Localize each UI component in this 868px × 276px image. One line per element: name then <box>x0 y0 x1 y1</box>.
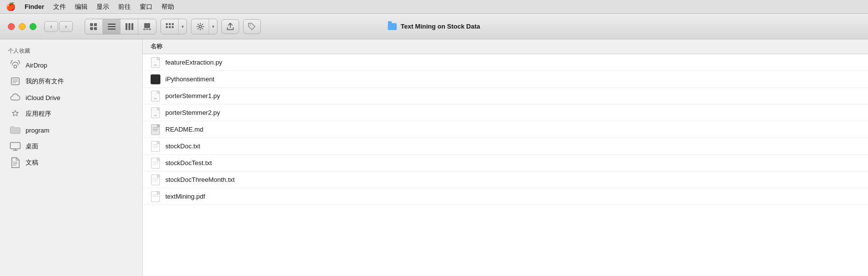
folder-icon <box>388 23 397 30</box>
file-row[interactable]: README.md <box>143 121 868 138</box>
svg-rect-16 <box>172 23 174 25</box>
file-row[interactable]: textMining.pdf <box>143 188 868 205</box>
menu-go[interactable]: 前往 <box>118 2 131 11</box>
menu-window[interactable]: 窗口 <box>140 2 153 11</box>
toolbar: ▾ ▾ <box>85 19 261 34</box>
sidebar-item-desktop[interactable]: 桌面 <box>4 138 138 154</box>
file-name: featureExtraction.py <box>165 59 222 66</box>
fullscreen-button[interactable] <box>30 23 36 30</box>
main-content: 个人收藏 AirDrop <box>0 39 868 276</box>
view-icons-button[interactable] <box>85 19 103 34</box>
file-icon: PY <box>151 57 160 68</box>
name-column-header: 名称 <box>151 42 162 51</box>
svg-rect-3 <box>94 27 97 30</box>
file-row[interactable]: stockDocThreeMonth.txt <box>143 172 868 188</box>
svg-rect-13 <box>149 29 151 30</box>
menu-help[interactable]: 帮助 <box>161 2 174 11</box>
sidebar-item-program[interactable]: program <box>4 122 138 138</box>
svg-rect-5 <box>108 26 116 27</box>
sidebar-label-desktop: 桌面 <box>26 142 38 151</box>
close-button[interactable] <box>8 23 15 30</box>
file-rows-container: PY featureExtraction.py iPythonsentiment… <box>143 54 868 205</box>
svg-point-20 <box>199 25 201 28</box>
desktop-icon <box>10 141 21 152</box>
view-columns-button[interactable] <box>121 19 138 34</box>
sidebar-item-airdrop[interactable]: AirDrop <box>4 57 138 73</box>
menu-view[interactable]: 显示 <box>96 2 109 11</box>
file-name: stockDocThreeMonth.txt <box>165 176 235 183</box>
file-icon <box>151 124 160 135</box>
sidebar-item-docs[interactable]: 文稿 <box>4 155 138 171</box>
menu-file[interactable]: 文件 <box>53 2 66 11</box>
nav-buttons: ‹ › <box>44 21 73 32</box>
sidebar-item-all-files[interactable]: 我的所有文件 <box>4 73 138 89</box>
svg-point-21 <box>250 24 251 25</box>
titlebar: ‹ › <box>0 14 868 39</box>
view-gallery-arrow[interactable]: ▾ <box>179 19 186 34</box>
settings-arrow[interactable]: ▾ <box>209 19 217 34</box>
all-files-icon <box>10 76 21 87</box>
back-button[interactable]: ‹ <box>44 21 58 32</box>
sidebar-section-favorites: 个人收藏 <box>0 43 142 57</box>
file-icon <box>151 158 160 169</box>
sidebar-item-apps[interactable]: 应用程序 <box>4 106 138 122</box>
svg-rect-1 <box>94 23 97 26</box>
svg-point-22 <box>14 65 17 68</box>
file-row[interactable]: PY featureExtraction.py <box>143 54 868 71</box>
svg-rect-14 <box>166 23 168 25</box>
svg-rect-24 <box>10 142 20 149</box>
file-icon <box>151 141 160 152</box>
svg-rect-18 <box>169 26 171 28</box>
svg-rect-10 <box>144 23 150 28</box>
sidebar-label-docs: 文稿 <box>26 158 38 167</box>
airdrop-icon <box>10 60 21 70</box>
file-icon: PY <box>151 91 160 102</box>
menu-finder[interactable]: Finder <box>25 3 44 10</box>
file-row[interactable]: iPythonsentiment <box>143 71 868 88</box>
file-row[interactable]: stockDocTest.txt <box>143 155 868 172</box>
view-list-button[interactable] <box>103 19 121 34</box>
file-row[interactable]: PY porterStemmer2.py <box>143 104 868 121</box>
view-gallery-main[interactable] <box>161 19 179 34</box>
settings-main[interactable] <box>191 19 209 34</box>
file-name: stockDoc.txt <box>165 142 200 150</box>
svg-rect-17 <box>166 26 168 28</box>
minimize-button[interactable] <box>19 23 26 30</box>
finder-window: ‹ › <box>0 14 868 276</box>
forward-button[interactable]: › <box>59 21 73 32</box>
file-icon <box>151 191 160 202</box>
svg-rect-4 <box>108 24 116 25</box>
svg-rect-9 <box>131 23 133 30</box>
file-row[interactable]: stockDoc.txt <box>143 138 868 155</box>
sidebar-label-all-files: 我的所有文件 <box>26 77 64 86</box>
file-name: porterStemmer2.py <box>165 109 220 116</box>
file-name: porterStemmer1.py <box>165 92 220 100</box>
window-title-text: Text Mining on Stock Data <box>401 23 480 30</box>
sidebar-label-apps: 应用程序 <box>26 109 51 118</box>
file-icon: PY <box>151 107 160 118</box>
file-list-header: 名称 <box>143 39 868 54</box>
sidebar-label-program: program <box>26 127 49 134</box>
svg-rect-19 <box>172 26 174 28</box>
sidebar: 个人收藏 AirDrop <box>0 39 143 276</box>
file-name: iPythonsentiment <box>165 75 215 83</box>
file-row[interactable]: PY porterStemmer1.py <box>143 88 868 104</box>
menu-edit[interactable]: 编辑 <box>75 2 88 11</box>
apple-menu[interactable]: 🍎 <box>6 2 16 11</box>
svg-rect-2 <box>90 27 93 30</box>
svg-rect-8 <box>128 23 130 30</box>
file-icon <box>151 174 160 185</box>
svg-rect-11 <box>143 29 146 30</box>
tag-button[interactable] <box>243 19 261 34</box>
sidebar-item-icloud[interactable]: iCloud Drive <box>4 90 138 105</box>
menubar: 🍎 Finder 文件 编辑 显示 前往 窗口 帮助 <box>0 0 868 14</box>
folder-icon-sidebar <box>10 125 21 136</box>
view-gallery-button[interactable]: ▾ <box>160 19 187 34</box>
traffic-lights <box>8 23 36 30</box>
view-cover-button[interactable] <box>138 19 156 34</box>
docs-icon <box>10 157 21 168</box>
svg-rect-0 <box>90 23 93 26</box>
apps-icon <box>10 108 21 119</box>
settings-button[interactable]: ▾ <box>191 19 217 34</box>
share-button[interactable] <box>221 19 239 34</box>
